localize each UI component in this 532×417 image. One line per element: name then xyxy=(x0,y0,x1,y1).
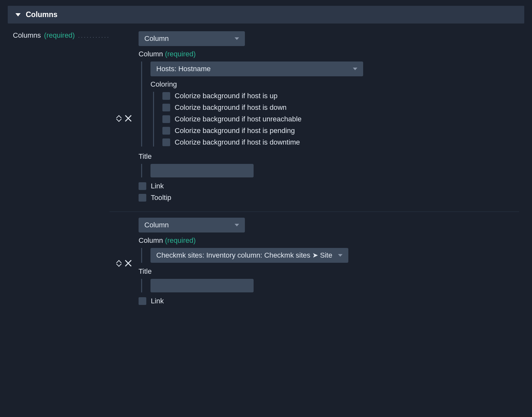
entry-controls xyxy=(110,260,139,267)
coloring-option: Colorize background if host is up xyxy=(162,92,519,100)
dots-filler: ............ xyxy=(78,33,110,39)
reorder-handle[interactable] xyxy=(116,260,121,266)
field-label: Columns xyxy=(13,31,41,40)
dropdown-arrow-icon xyxy=(235,37,239,40)
checkbox-label: Colorize background if host is pending xyxy=(175,127,295,135)
required-marker: (required) xyxy=(165,236,196,244)
select-value: Column xyxy=(144,221,169,229)
coloring-option: Colorize background if host is downtime xyxy=(162,138,519,147)
checkbox-host-unreachable[interactable] xyxy=(162,115,170,123)
remove-button[interactable] xyxy=(125,115,132,122)
entry-body: Column Column (required) Hosts: Hostname… xyxy=(139,31,519,205)
select-value: Column xyxy=(144,34,169,43)
checkbox-label: Colorize background if host is up xyxy=(175,92,277,100)
title-input[interactable] xyxy=(150,279,254,292)
checkbox-host-pending[interactable] xyxy=(162,127,170,135)
coloring-label: Coloring xyxy=(150,80,519,89)
title-indent xyxy=(141,164,519,177)
checkbox-label: Tooltip xyxy=(151,194,171,202)
select-value: Checkmk sites: Inventory column: Checkmk… xyxy=(156,251,332,260)
checkbox-link[interactable] xyxy=(139,182,146,190)
column-field-label: Column (required) xyxy=(139,236,519,245)
link-option: Link xyxy=(139,182,519,190)
tooltip-option: Tooltip xyxy=(139,194,519,202)
title-label: Title xyxy=(139,152,519,161)
title-indent xyxy=(141,279,519,292)
title-input[interactable] xyxy=(150,164,254,177)
chevron-down-icon xyxy=(116,118,121,121)
column-field-label: Column (required) xyxy=(139,50,519,58)
checkbox-label: Link xyxy=(151,297,164,305)
checkbox-host-down[interactable] xyxy=(162,104,170,111)
reorder-handle[interactable] xyxy=(116,115,121,121)
dropdown-arrow-icon xyxy=(353,68,357,70)
entry-body: Column Column (required) Checkmk sites: … xyxy=(139,218,519,308)
column-value-select[interactable]: Checkmk sites: Inventory column: Checkmk… xyxy=(150,248,348,263)
column-type-select[interactable]: Column xyxy=(139,218,245,232)
columns-field-row: Columns (required) ............ Column C… xyxy=(0,24,532,315)
chevron-down-icon xyxy=(116,263,121,266)
checkbox-host-up[interactable] xyxy=(162,92,170,100)
entry-controls xyxy=(110,115,139,122)
column-entry: Column Column (required) Hosts: Hostname… xyxy=(110,31,519,212)
dropdown-arrow-icon xyxy=(338,254,343,257)
checkbox-label: Colorize background if host unreachable xyxy=(175,115,302,123)
coloring-option: Colorize background if host is down xyxy=(162,103,519,112)
link-option: Link xyxy=(139,297,519,305)
checkbox-tooltip[interactable] xyxy=(139,194,146,202)
coloring-option: Colorize background if host is pending xyxy=(162,127,519,135)
dropdown-arrow-icon xyxy=(235,224,239,226)
column-entry: Column Column (required) Checkmk sites: … xyxy=(110,212,519,315)
required-marker: (required) xyxy=(44,31,75,40)
remove-button[interactable] xyxy=(125,260,132,267)
columns-list: Column Column (required) Hosts: Hostname… xyxy=(110,31,519,315)
checkbox-label: Link xyxy=(151,182,164,190)
select-value: Hosts: Hostname xyxy=(156,65,211,73)
coloring-option: Colorize background if host unreachable xyxy=(162,115,519,123)
required-marker: (required) xyxy=(165,50,196,58)
section-title: Columns xyxy=(26,10,57,19)
checkbox-label: Colorize background if host is downtime xyxy=(175,138,300,147)
field-label-cell: Columns (required) ............ xyxy=(13,31,110,315)
column-indent: Checkmk sites: Inventory column: Checkmk… xyxy=(141,248,519,263)
checkbox-host-downtime[interactable] xyxy=(162,138,170,146)
title-label: Title xyxy=(139,267,519,276)
column-value-select[interactable]: Hosts: Hostname xyxy=(150,62,363,76)
coloring-indent: Colorize background if host is up Colori… xyxy=(153,92,519,147)
checkbox-label: Colorize background if host is down xyxy=(175,103,286,112)
column-type-select[interactable]: Column xyxy=(139,31,245,46)
section-header[interactable]: Columns xyxy=(8,6,524,24)
collapse-icon xyxy=(15,13,21,16)
column-indent: Hosts: Hostname Coloring Colorize backgr… xyxy=(141,62,519,147)
checkbox-link[interactable] xyxy=(139,297,146,305)
